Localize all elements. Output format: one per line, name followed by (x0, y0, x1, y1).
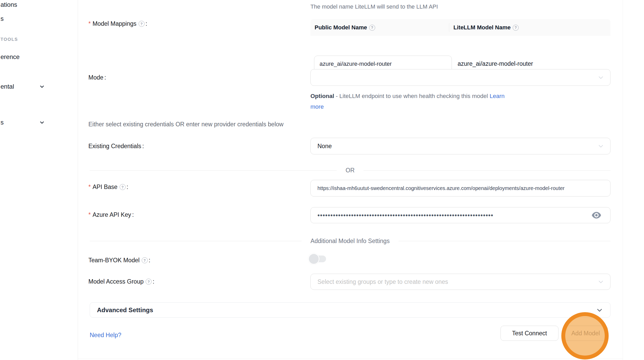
advanced-settings-title: Advanced Settings (90, 306, 153, 314)
mode-label: Mode: (88, 74, 106, 81)
api-base-input[interactable] (310, 180, 610, 197)
chevron-down-icon (596, 306, 603, 314)
mode-helper-text: Optional - LiteLLM endpoint to use when … (310, 91, 516, 112)
help-icon[interactable]: ? (513, 25, 519, 31)
azure-api-key-label: * Azure API Key : (88, 211, 134, 218)
model-access-group-placeholder: Select existing groups or type to create… (311, 278, 448, 285)
chevron-down-icon (39, 120, 45, 126)
required-marker: * (88, 211, 91, 218)
sidebar: ations s TOOLS erence ental s (0, 0, 78, 360)
public-model-name-header: Public Model Name ? (310, 24, 449, 31)
chevron-down-icon (597, 142, 604, 150)
chevron-down-icon (39, 84, 45, 90)
chevron-down-icon (597, 278, 604, 285)
model-access-group-select[interactable]: Select existing groups or type to create… (310, 274, 610, 290)
team-byok-toggle[interactable] (308, 253, 326, 265)
content-card-right-border (623, 0, 623, 360)
model-mappings-header: Public Model Name ? LiteLLM Model Name ? (310, 19, 610, 36)
api-base-label: * API Base ? : (88, 184, 128, 191)
add-model-page: ations s TOOLS erence ental s The model … (0, 0, 644, 360)
help-icon[interactable]: ? (139, 21, 145, 27)
model-access-group-label: Model Access Group ? : (88, 278, 154, 285)
litellm-model-name-header: LiteLLM Model Name ? (449, 24, 519, 31)
existing-credentials-label: Existing Credentials: (88, 143, 144, 150)
additional-settings-divider: Additional Model Info Settings (90, 238, 610, 245)
need-help-link[interactable]: Need Help? (90, 332, 121, 339)
help-icon[interactable]: ? (146, 279, 152, 285)
help-icon[interactable]: ? (369, 25, 375, 31)
help-icon[interactable]: ? (142, 257, 148, 263)
litellm-model-name-value: azure_ai/azure-model-router (458, 60, 533, 67)
model-name-helper-text: The model name LiteLLM will send to the … (310, 3, 438, 10)
sidebar-item-2[interactable]: s (1, 15, 4, 22)
chevron-down-icon (597, 74, 604, 81)
team-byok-label: Team-BYOK Model ? : (88, 257, 150, 264)
advanced-settings-panel[interactable]: Advanced Settings (90, 302, 610, 318)
sidebar-item-1[interactable]: ations (1, 1, 17, 8)
help-icon[interactable]: ? (120, 184, 126, 190)
existing-credentials-select[interactable]: None (310, 138, 610, 154)
additional-settings-divider-text: Additional Model Info Settings (310, 238, 389, 245)
toggle-knob (308, 253, 320, 265)
or-divider-text: OR (346, 167, 355, 174)
masked-api-key: ••••••••••••••••••••••••••••••••••••••••… (311, 212, 584, 219)
add-model-button[interactable]: Add Model (563, 326, 608, 341)
test-connect-button[interactable]: Test Connect (500, 326, 558, 341)
sidebar-item-5[interactable]: s (1, 119, 4, 126)
content-card-bottom-border (78, 359, 623, 359)
eye-icon[interactable] (591, 211, 601, 219)
sidebar-item-3[interactable]: erence (1, 53, 19, 61)
or-divider: OR (90, 167, 610, 174)
mode-select[interactable] (310, 69, 610, 86)
sidebar-item-4[interactable]: ental (1, 83, 14, 90)
azure-api-key-input[interactable]: ••••••••••••••••••••••••••••••••••••••••… (310, 207, 610, 223)
required-marker: * (88, 20, 91, 27)
credentials-note: Either select existing credentials OR en… (88, 121, 283, 128)
sidebar-section-tools: TOOLS (1, 37, 18, 42)
existing-credentials-value: None (311, 143, 332, 150)
required-marker: * (88, 184, 91, 191)
model-mappings-label: * Model Mappings ? : (88, 20, 147, 27)
